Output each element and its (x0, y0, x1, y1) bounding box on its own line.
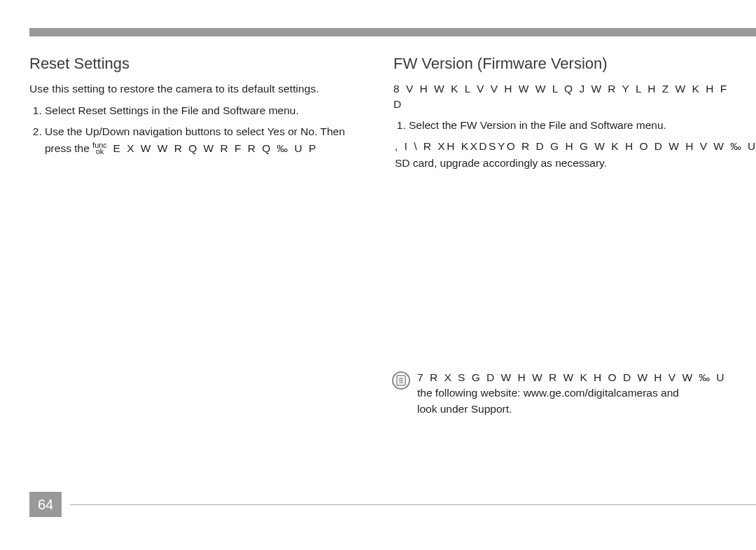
garbled-text: , I \ R XH KXDSYO R D G H G W K H O D W … (395, 140, 756, 152)
fw-post-line2: SD card, upgrade accordingly as necessar… (395, 157, 607, 169)
manual-page: Reset Settings Use this setting to resto… (0, 0, 756, 550)
heading-fw-version: FW Version (Firmware Version) (393, 55, 729, 73)
garbled-text: E X W W R Q W R F R Q ‰ U P (113, 142, 318, 154)
func-ok-button-label: func ok (92, 142, 107, 155)
note-line-3: look under Support. (417, 403, 512, 415)
list-item: Select Reset Settings in the File and So… (45, 102, 372, 119)
garbled-text: 7 R X S G D W H W R W K H O D W H V W ‰ … (417, 371, 726, 383)
page-number: 64 (29, 492, 62, 517)
note-icon (392, 371, 410, 390)
left-column: Reset Settings Use this setting to resto… (29, 55, 386, 171)
footer-rule (70, 504, 756, 505)
heading-reset-settings: Reset Settings (29, 55, 372, 73)
note-text: 7 R X S G D W H W R W K H O D W H V W ‰ … (417, 370, 726, 417)
fw-post-text: , I \ R XH KXDSYO R D G H G W K H O D W … (393, 138, 729, 171)
header-bar (29, 28, 756, 36)
list-item: Use the Up/Down navigation buttons to se… (45, 123, 372, 157)
reset-steps-list: Select Reset Settings in the File and So… (29, 102, 372, 157)
content-columns: Reset Settings Use this setting to resto… (29, 55, 756, 171)
right-column: FW Version (Firmware Version) 8 V H W K … (386, 55, 743, 171)
note-block: 7 R X S G D W H W R W K H O D W H V W ‰ … (392, 370, 756, 417)
fw-intro-garbled: 8 V H W K L V V H W W L Q J W R Y L H Z … (393, 81, 729, 111)
list-item: Select the FW Version in the File and So… (409, 117, 729, 134)
fw-steps-list: Select the FW Version in the File and So… (393, 117, 729, 134)
reset-intro-text: Use this setting to restore the camera t… (29, 81, 372, 97)
note-line-2: the following website: www.ge.com/digita… (417, 387, 679, 399)
